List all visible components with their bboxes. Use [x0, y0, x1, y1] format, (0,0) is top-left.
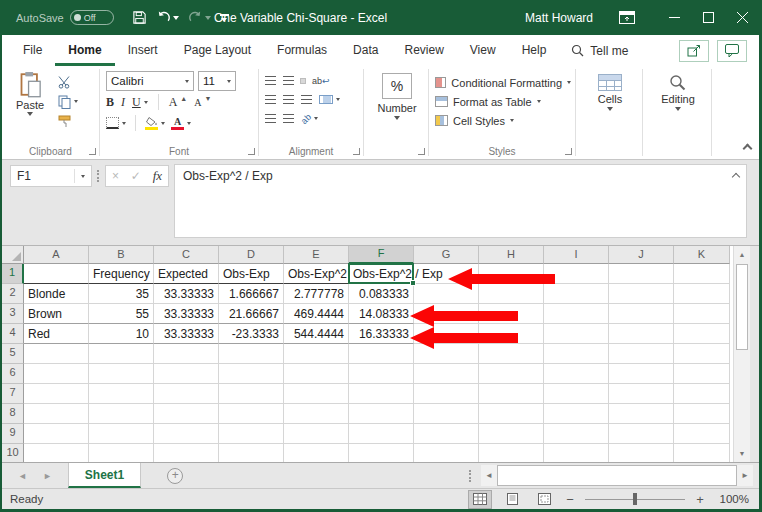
- tab-formulas[interactable]: Formulas: [264, 35, 340, 66]
- cell-F1[interactable]: Obs-Exp^2 / Exp: [349, 264, 414, 284]
- cell-F9[interactable]: [349, 424, 414, 444]
- horizontal-scrollbar[interactable]: ◄ ►: [481, 465, 753, 486]
- column-header-J[interactable]: J: [609, 246, 674, 264]
- cell-J9[interactable]: [609, 424, 674, 444]
- tab-page-layout[interactable]: Page Layout: [171, 35, 264, 66]
- tab-insert[interactable]: Insert: [115, 35, 171, 66]
- orientation-button[interactable]: ab: [301, 111, 318, 126]
- editing-menu-button[interactable]: Editing: [661, 74, 695, 159]
- borders-button[interactable]: [106, 116, 126, 131]
- cell-J7[interactable]: [609, 384, 674, 404]
- cell-G8[interactable]: [414, 404, 479, 424]
- cell-styles-button[interactable]: Cell Styles: [435, 111, 571, 130]
- redo-button[interactable]: [188, 10, 211, 25]
- cell-H6[interactable]: [479, 364, 544, 384]
- cell-A9[interactable]: [24, 424, 89, 444]
- cell-E4[interactable]: 544.4444: [284, 324, 349, 344]
- clipboard-dialog-launcher[interactable]: [89, 148, 96, 155]
- cell-I6[interactable]: [544, 364, 609, 384]
- zoom-in-button[interactable]: +: [695, 492, 705, 507]
- normal-view-button[interactable]: [469, 491, 491, 508]
- tab-review[interactable]: Review: [391, 35, 456, 66]
- maximize-button[interactable]: [691, 0, 725, 35]
- center-button[interactable]: [283, 95, 294, 104]
- cell-E5[interactable]: [284, 344, 349, 364]
- cell-C3[interactable]: 33.33333: [154, 304, 219, 324]
- cell-F10[interactable]: [349, 444, 414, 462]
- column-header-G[interactable]: G: [414, 246, 479, 264]
- row-header-5[interactable]: 5: [2, 344, 24, 364]
- cell-E2[interactable]: 2.777778: [284, 284, 349, 304]
- font-dialog-launcher[interactable]: [248, 148, 255, 155]
- font-color-button[interactable]: A: [171, 116, 191, 131]
- underline-button[interactable]: U: [132, 95, 148, 110]
- alignment-dialog-launcher[interactable]: [353, 148, 360, 155]
- copy-button[interactable]: [58, 94, 78, 109]
- cell-B10[interactable]: [89, 444, 154, 462]
- cell-D10[interactable]: [219, 444, 284, 462]
- tab-home[interactable]: Home: [55, 35, 114, 66]
- cell-I3[interactable]: [544, 304, 609, 324]
- tab-bar-drag-handle[interactable]: [469, 470, 471, 482]
- cell-B1[interactable]: Frequency: [89, 264, 154, 284]
- row-header-7[interactable]: 7: [2, 384, 24, 404]
- column-header-H[interactable]: H: [479, 246, 544, 264]
- cell-K6[interactable]: [674, 364, 730, 384]
- cell-G5[interactable]: [414, 344, 479, 364]
- cell-B9[interactable]: [89, 424, 154, 444]
- cell-C10[interactable]: [154, 444, 219, 462]
- zoom-slider-thumb[interactable]: [633, 493, 637, 505]
- cell-H5[interactable]: [479, 344, 544, 364]
- cell-D5[interactable]: [219, 344, 284, 364]
- cell-I4[interactable]: [544, 324, 609, 344]
- cell-C7[interactable]: [154, 384, 219, 404]
- row-header-8[interactable]: 8: [2, 404, 24, 424]
- cell-I2[interactable]: [544, 284, 609, 304]
- cell-E10[interactable]: [284, 444, 349, 462]
- cell-A5[interactable]: [24, 344, 89, 364]
- cell-G9[interactable]: [414, 424, 479, 444]
- new-sheet-button[interactable]: +: [167, 468, 183, 484]
- tab-view[interactable]: View: [457, 35, 509, 66]
- cell-K9[interactable]: [674, 424, 730, 444]
- cell-A10[interactable]: [24, 444, 89, 462]
- decrease-font-button[interactable]: A▼: [194, 95, 211, 110]
- undo-button[interactable]: [156, 10, 179, 25]
- autosave-toggle[interactable]: AutoSave Off: [16, 10, 114, 25]
- cell-F7[interactable]: [349, 384, 414, 404]
- cell-J6[interactable]: [609, 364, 674, 384]
- row-header-10[interactable]: 10: [2, 444, 24, 462]
- vertical-scroll-thumb[interactable]: [736, 264, 748, 350]
- column-header-I[interactable]: I: [544, 246, 609, 264]
- top-align-button[interactable]: [265, 76, 276, 85]
- cell-G2[interactable]: [414, 284, 479, 304]
- zoom-level[interactable]: 100%: [715, 493, 749, 505]
- cell-I7[interactable]: [544, 384, 609, 404]
- cell-F8[interactable]: [349, 404, 414, 424]
- tab-help[interactable]: Help: [509, 35, 560, 66]
- minimize-button[interactable]: [657, 0, 691, 35]
- cell-D4[interactable]: -23.3333: [219, 324, 284, 344]
- cell-G6[interactable]: [414, 364, 479, 384]
- cell-F6[interactable]: [349, 364, 414, 384]
- cell-F5[interactable]: [349, 344, 414, 364]
- cell-I5[interactable]: [544, 344, 609, 364]
- scroll-left-icon[interactable]: ◄: [481, 465, 497, 486]
- bold-button[interactable]: B: [106, 95, 114, 110]
- merge-center-button[interactable]: [319, 92, 340, 107]
- zoom-out-button[interactable]: −: [565, 492, 575, 507]
- next-sheet-button[interactable]: ►: [43, 471, 52, 481]
- column-header-F[interactable]: F: [349, 246, 414, 264]
- cell-H8[interactable]: [479, 404, 544, 424]
- cell-K10[interactable]: [674, 444, 730, 462]
- tab-data[interactable]: Data: [340, 35, 391, 66]
- cell-C4[interactable]: 33.33333: [154, 324, 219, 344]
- cell-K7[interactable]: [674, 384, 730, 404]
- cell-J1[interactable]: [609, 264, 674, 284]
- row-header-9[interactable]: 9: [2, 424, 24, 444]
- cell-E8[interactable]: [284, 404, 349, 424]
- cell-B6[interactable]: [89, 364, 154, 384]
- tab-file[interactable]: File: [10, 35, 55, 66]
- enter-button[interactable]: ✓: [131, 169, 141, 183]
- cell-H7[interactable]: [479, 384, 544, 404]
